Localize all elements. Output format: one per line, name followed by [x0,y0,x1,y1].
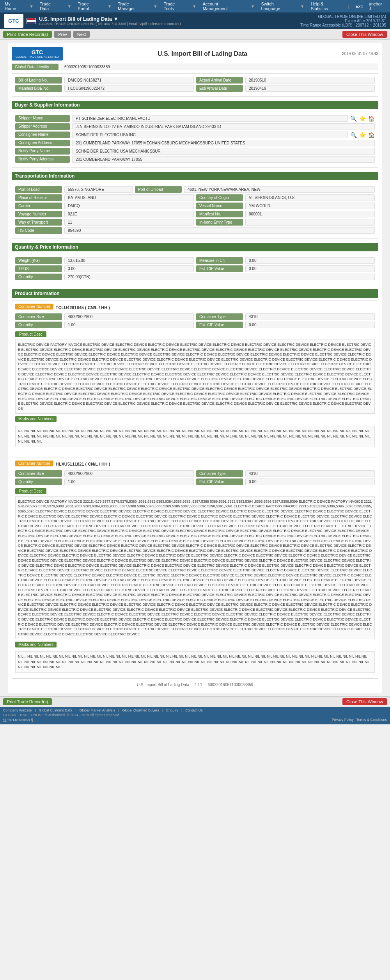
nav-switchlang[interactable]: Switch Language [259,1,295,12]
page-info: U.S. Import Bill of Lading Data 1 / 1 60… [12,683,378,687]
nav-helpstats[interactable]: Help & Statistics [309,1,344,12]
weight-label: Weight (KG) [15,257,62,264]
print-button-top[interactable]: Print Trade Record(s) [3,31,52,38]
notify-address-value: 201 CUMBERLAND PARKWAY 17055 [72,156,375,163]
notify-name-value: SCHNEIDER ELECTRIC USA MECHANICSBUR [72,148,375,155]
nav-accountmgmt[interactable]: Account Management [201,1,246,12]
footer-link-customs[interactable]: Global Customs Data [39,708,73,712]
container2-type-label: Container Type [196,470,243,477]
consignee-address-label: Consignee Address [15,140,70,146]
bol-no-label: Bill of Lading No. [15,77,62,84]
shipper-name-row: Shipper Name PT SCHNEIDER ELECTRIC MANUF… [15,115,375,122]
vessel-label: Vessel Name [196,203,243,209]
footer-policy[interactable]: Privacy Policy | Terms & Conditions [332,718,387,723]
doc-main-title: U.S. Import Bill of Lading Data [63,50,342,57]
print-button-bottom[interactable]: Print Trade Record(s) [3,698,52,705]
gtc-logo-text: GTC [8,18,19,24]
shipper-name-label: Shipper Name [15,115,70,122]
nav-myhome[interactable]: My Home [3,1,25,12]
container2-estcif-value: 0.00 [245,478,375,485]
place-receipt-label: Place of Receipt [15,194,62,201]
container2-size-value: 4000*900*800 [64,470,194,477]
doc-footer-label: U.S. Import Bill of Lading Data [137,683,190,687]
top-toolbar: Print Trade Record(s) Prev Next Close Th… [0,29,390,40]
hs-code-value: 854390 [64,227,375,234]
footer-link-buyers[interactable]: Global Qualified Buyers [122,708,160,712]
notify-address-row: Notify Party Address 201 CUMBERLAND PARK… [15,156,375,163]
footer-link-enquiry[interactable]: Enquiry [166,708,178,712]
container2-estcif-label: Est. CIF Value [196,478,243,485]
nav-trademanager[interactable]: Trade Manager [116,1,149,12]
manifest-no-label: Manifest No. [196,211,243,217]
header-bar: GTC U.S. Import Bill of Lading Data ▼ GL… [0,12,390,29]
manifest-boe-label: Manifest BOE No. [15,85,62,92]
measure-label: Measure in Cft [196,257,243,264]
container1-row1: Container Size 4000*900*800 Container Ty… [15,313,375,320]
container1-box: Container Number TCLU4281645 ( CN/L / HH… [12,300,378,453]
close-button-top[interactable]: Close This Window [342,31,387,38]
shipper-search-icon[interactable]: 🔍 [350,115,357,122]
container1-estcif-label: Est. CIF Value [196,322,243,328]
port-unload-value: 4601, NEW YORK/NEWARK AREA, NEW [184,186,375,193]
footer-link-contact[interactable]: Contact Us [185,708,203,712]
close-button-bottom[interactable]: Close This Window [342,698,387,705]
next-button[interactable]: Next [73,31,90,38]
global-data-label: Global Data Identity [12,64,58,70]
prev-button[interactable]: Prev [54,31,71,38]
actual-arrival-value: 20190510 [245,77,375,84]
esti-arrival-value: 20190419 [245,85,375,92]
container2-badge-label: Container Number [15,461,53,466]
footer-link-market[interactable]: Global Market Analysis [80,708,115,712]
consignee-home-icon[interactable]: 🏠 [368,132,375,138]
quantity-label: Quantity [15,274,62,280]
container1-product-desc-btn[interactable]: Product Desc [15,331,46,337]
doc-date: 2019-05-31 07:49:43 [342,52,378,56]
consignee-search-icon[interactable]: 🔍 [350,132,357,138]
global-data-value: 600320190511000033859 [61,64,378,70]
container1-size-label: Container Size [15,313,62,320]
container1-size-value: 4000*900*800 [64,313,194,320]
quantity-price-section: Quantity & Price Information Weight (KG)… [12,243,378,285]
notify-address-label: Notify Party Address [15,156,70,163]
notify-name-row: Notify Party Name SCHNEIDER ELECTRIC USA… [15,148,375,155]
transport-row6: HS Code 854390 [15,227,375,234]
bol-row1: Bill of Lading No. DMCQSIN0168271 Actual… [15,77,375,84]
nav-exit[interactable]: Exit [354,3,364,9]
container1-badge-row: Container Number TCLU4281645 ( CN/L / HH… [15,304,375,311]
shipper-home-icon[interactable]: 🏠 [368,115,375,122]
port-unload-label: Port of Unload [135,186,182,193]
shipper-address-label: Shipper Address [15,123,70,130]
header-left: GTC U.S. Import Bill of Lading Data ▼ GL… [4,14,181,28]
footer-links: Company Website | Global Customs Data | … [3,708,387,712]
container2-badge-value: HLXU5111821 ( CN/L / HH ) [56,462,110,466]
container2-product-desc: ELECTRIC DEVICE FACTORY INVOICE 22215.41… [15,496,375,640]
nav-tradeportal[interactable]: Trade Portal [76,1,103,12]
company-subtitle: GLOBAL TRADE ONLINE LIMITED ( Tel: 400-7… [39,22,181,26]
quantity-price-header: Quantity & Price Information [12,243,378,251]
transport-row4: Voyage Number 021E Manifest No. 000001 [15,211,375,217]
port-load-label: Port of Load [15,186,62,193]
qp-row1: Weight (KG) 13,615.00 Measure in Cft 0.0… [15,257,375,264]
product-info-section: Product Information Container Number TCL… [12,289,378,679]
container1-estcif-value: 0.00 [245,322,375,328]
consignee-star-icon[interactable]: ⭐ [359,132,366,138]
main-content: GTC GLOBAL TRADE ONLINE LIMITED U.S. Imp… [8,43,382,693]
top-navigation: My Home ▼ Trade Data ▼ Trade Portal ▼ Tr… [0,0,390,12]
buyer-supplier-section: Buyer & Supplier Information Shipper Nam… [12,101,378,168]
transport-section: Transportation Information Port of Load … [12,172,378,239]
qp-row3: Quantity 270.00(CTN) [15,274,375,280]
way-transport-value: 11 [64,219,194,226]
page-title: U.S. Import Bill of Lading Data ▼ [39,16,181,22]
weight-value: 13,615.00 [64,257,194,264]
bottom-toolbar: Print Trade Record(s) Close This Window [0,696,390,707]
nav-tradetools[interactable]: Trade Tools [162,1,188,12]
container2-product-desc-btn[interactable]: Product Desc [15,488,46,494]
container2-size-label: Container Size [15,470,62,477]
footer-link-website[interactable]: Company Website [3,708,32,712]
nav-tradedata[interactable]: Trade Data [38,1,63,12]
shipper-star-icon[interactable]: ⭐ [359,115,366,122]
esti-arrival-label: Esti Arrival Date [196,85,243,92]
doc-header: GTC GLOBAL TRADE ONLINE LIMITED U.S. Imp… [12,47,378,60]
teus-label: TEUS [15,265,62,272]
container1-product-desc: ELECTRIC DEVICE FACTORY INVOICE ELECTRIC… [15,340,375,414]
